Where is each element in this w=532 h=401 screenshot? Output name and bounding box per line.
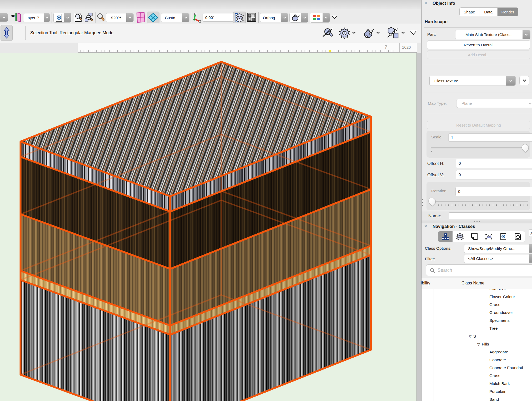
layer-plane-dropdown[interactable]: Layer P... (23, 13, 50, 22)
texture-source-dropdown[interactable]: Class Texture (429, 76, 516, 86)
reset-mapping-button[interactable]: Reset to Default Mapping (427, 121, 530, 129)
divider (424, 27, 532, 28)
class-row[interactable]: Climbers (421, 289, 532, 293)
canvas-vertical-scrollbar[interactable] (416, 53, 421, 401)
nav-tab-saved-views[interactable] (496, 231, 510, 242)
filter-dropdown[interactable]: <All Classes> (464, 254, 532, 263)
tool-preferences-button[interactable] (338, 27, 356, 39)
scale-slider-track[interactable] (431, 147, 529, 148)
class-row[interactable]: Concrete Foundati (421, 364, 532, 372)
document-view-dropdown[interactable] (53, 13, 71, 23)
zoom-page-icon (74, 13, 83, 22)
class-row[interactable]: Sand (421, 395, 532, 401)
nav-extra-button-cut[interactable]: D (529, 229, 532, 237)
reference-icon (514, 233, 521, 240)
panel-resize-dots[interactable] (422, 199, 423, 209)
class-row[interactable]: Mulch Bark (421, 380, 532, 388)
class-options-label: Class Options: (425, 246, 451, 251)
visibility-tool-icon[interactable] (10, 12, 22, 23)
render-options-button[interactable] (361, 27, 381, 39)
class-row[interactable]: Concrete (421, 356, 532, 364)
add-decal-button[interactable]: Add Decal... (427, 51, 530, 59)
nav-tab-classes[interactable] (438, 231, 453, 242)
class-options-dropdown[interactable]: Show/Snap/Modify Othe... (464, 244, 532, 253)
part-value: Main Slab Texture (Class... (455, 32, 523, 37)
arrow-up-down-icon (3, 27, 10, 39)
surface-options-button[interactable] (385, 27, 406, 39)
class-options-dropdown-toolbar[interactable] (310, 13, 330, 23)
tab-render[interactable]: Render (498, 8, 518, 16)
toolbar-separator (95, 12, 96, 23)
toolbar-overflow-button[interactable] (331, 15, 338, 20)
offset-h-input[interactable]: 0 (456, 159, 532, 168)
close-icon[interactable]: × (424, 224, 427, 229)
tab-data[interactable]: Data (479, 8, 498, 16)
render-mode-dropdown[interactable] (289, 13, 308, 23)
tool-status-text: Selection Tool: Rectangular Marquee Mode (30, 30, 113, 35)
class-name-column-header[interactable]: Class Name (461, 281, 484, 285)
name-input[interactable] (449, 212, 532, 219)
right-panel: × Object Info Shape Data Render Hardscap… (421, 0, 532, 401)
class-list: ibility Class Name Climbers Flower-Colou… (421, 278, 532, 401)
scale-slider-thumb[interactable] (520, 143, 530, 153)
layer-options-button[interactable] (233, 12, 246, 24)
nav-tab-sheets[interactable] (467, 231, 481, 242)
mode-bar-overflow-button[interactable] (409, 30, 417, 36)
drawing-canvas[interactable] (0, 53, 416, 401)
disclosure-triangle-icon[interactable]: ▽ (469, 334, 471, 338)
interactive-scaling-button[interactable] (322, 27, 334, 39)
class-list-header[interactable]: ibility Class Name (421, 278, 532, 289)
pan-vertical-button[interactable] (1, 25, 13, 41)
class-row[interactable]: Aggregate (421, 348, 532, 356)
class-row[interactable]: Tree (421, 324, 532, 332)
disclosure-triangle-icon[interactable]: ▽ (477, 342, 480, 346)
offset-v-input[interactable]: 0 (456, 170, 532, 179)
open-window-button[interactable] (135, 12, 146, 23)
class-row[interactable]: Porcelain (421, 388, 532, 395)
revert-to-overall-button[interactable]: Revert to Overall (427, 41, 530, 49)
organization-button[interactable] (246, 12, 257, 23)
class-row[interactable]: Groundcover (421, 309, 532, 317)
texture-menu-button[interactable] (519, 76, 529, 85)
nav-tab-layers[interactable] (453, 231, 467, 242)
section-title: Hardscape (425, 19, 448, 24)
toolbar-separator (258, 12, 259, 23)
projection-dropdown[interactable]: Orthog... (260, 13, 288, 22)
rotation-angle-input[interactable]: 0.00° (203, 13, 236, 22)
saved-view-dropdown[interactable]: Custo... (161, 13, 189, 22)
class-group-row[interactable]: ▽S (421, 332, 532, 340)
nav-tab-viewports[interactable] (481, 231, 496, 242)
help-icon[interactable]: ? (384, 44, 388, 50)
class-row[interactable]: Flower-Colour (421, 293, 532, 301)
class-row[interactable]: Grass (421, 372, 532, 380)
cut-dropdown-button[interactable] (0, 13, 8, 22)
part-dropdown[interactable]: Main Slab Texture (Class... (455, 30, 530, 39)
scale-input[interactable]: 1 (448, 133, 532, 142)
sheet-icon (471, 233, 478, 240)
class-group-row[interactable]: ▽Fills (421, 340, 532, 348)
visibility-column-header[interactable]: ibility (421, 281, 430, 285)
window-icon (135, 12, 146, 23)
tab-shape[interactable]: Shape (460, 8, 479, 16)
zoom-tool-button[interactable] (96, 13, 105, 22)
close-icon[interactable]: × (424, 1, 427, 6)
class-search-field[interactable]: Search (426, 264, 532, 276)
fit-page-zoom-button[interactable] (74, 12, 83, 23)
rotation-slider-track[interactable] (432, 201, 528, 202)
texture-source-value: Class Texture (430, 79, 506, 83)
nav-tab-references[interactable] (510, 231, 525, 242)
class-row[interactable]: Specimens (421, 317, 532, 324)
rotation-angle-value: 0.00° (205, 15, 214, 20)
unified-view-button[interactable] (147, 12, 159, 24)
zoom-level-dropdown[interactable]: 920% (106, 13, 134, 22)
fit-objects-zoom-button[interactable] (84, 12, 94, 23)
application-window: Layer P... 920% (0, 0, 532, 401)
rotation-slider-thumb[interactable] (427, 196, 437, 206)
rotation-input[interactable]: 0 (455, 187, 532, 196)
ruler-separator (399, 43, 400, 52)
eye-door-icon (11, 12, 22, 23)
class-row[interactable]: Grass (421, 301, 532, 309)
class-rows-viewport: Climbers Flower-Colour Grass Groundcover… (421, 289, 532, 401)
hexagon-chain-square-icon (386, 27, 400, 39)
panel-splitter[interactable] (421, 220, 532, 223)
